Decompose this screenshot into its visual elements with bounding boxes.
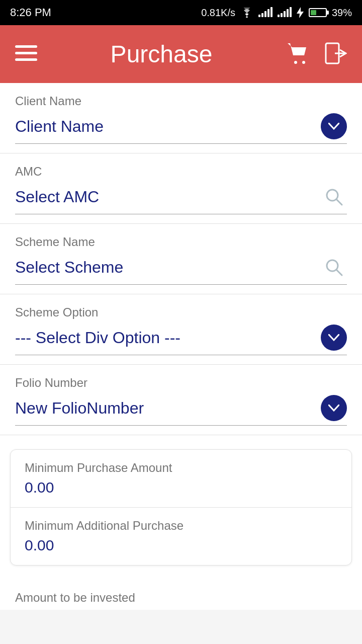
status-right: 0.81K/s bbox=[201, 7, 352, 19]
min-purchase-label: Minimum Purchase Amount bbox=[25, 461, 337, 475]
svg-line-12 bbox=[336, 270, 342, 275]
folio-number-dropdown-btn[interactable] bbox=[321, 395, 347, 421]
cart-icon bbox=[286, 42, 310, 64]
logout-button[interactable] bbox=[325, 42, 347, 66]
scheme-search-btn[interactable] bbox=[321, 254, 347, 280]
min-purchase-value: 0.00 bbox=[25, 479, 337, 496]
hamburger-button[interactable] bbox=[15, 45, 37, 63]
scheme-option-field: Scheme Option --- Select Div Option --- bbox=[0, 294, 362, 365]
battery-icon bbox=[309, 8, 327, 17]
svg-point-6 bbox=[302, 61, 305, 64]
folio-number-label: Folio Number bbox=[15, 376, 347, 390]
network-speed: 0.81K/s bbox=[201, 7, 235, 19]
scheme-option-dropdown[interactable]: --- Select Div Option --- bbox=[15, 325, 347, 355]
svg-point-5 bbox=[294, 61, 297, 64]
status-bar: 8:26 PM 0.81K/s bbox=[0, 0, 362, 25]
chevron-down-icon bbox=[328, 123, 339, 130]
app-header: Purchase bbox=[0, 25, 362, 83]
client-name-dropdown[interactable]: Client Name bbox=[15, 113, 347, 144]
svg-line-10 bbox=[336, 199, 342, 205]
page-title: Purchase bbox=[111, 40, 213, 68]
scheme-name-search[interactable]: Select Scheme bbox=[15, 254, 347, 285]
svg-rect-2 bbox=[15, 45, 37, 48]
folio-number-field: Folio Number New FolioNumber bbox=[0, 365, 362, 435]
signal-bars-2 bbox=[278, 8, 292, 17]
client-name-label: Client Name bbox=[15, 94, 347, 108]
battery-percent: 39% bbox=[332, 7, 352, 19]
svg-point-0 bbox=[246, 16, 248, 18]
charging-icon bbox=[297, 7, 304, 18]
header-icons bbox=[286, 42, 347, 66]
client-name-value: Client Name bbox=[15, 117, 104, 136]
scheme-option-dropdown-btn[interactable] bbox=[321, 325, 347, 351]
min-additional-row: Minimum Additional Purchase 0.00 bbox=[11, 508, 351, 565]
scheme-option-value: --- Select Div Option --- bbox=[15, 329, 180, 347]
amc-label: AMC bbox=[15, 165, 347, 179]
scheme-name-placeholder: Select Scheme bbox=[15, 258, 123, 277]
search-icon-2 bbox=[324, 257, 344, 277]
folio-number-value: New FolioNumber bbox=[15, 399, 144, 418]
scheme-option-label: Scheme Option bbox=[15, 305, 347, 319]
client-name-field: Client Name Client Name bbox=[0, 83, 362, 153]
folio-number-dropdown[interactable]: New FolioNumber bbox=[15, 395, 347, 426]
signal-bars-1 bbox=[258, 8, 273, 17]
scheme-name-field: Scheme Name Select Scheme bbox=[0, 224, 362, 294]
client-name-dropdown-btn[interactable] bbox=[321, 113, 347, 139]
wifi-icon bbox=[240, 8, 253, 18]
amc-search-btn[interactable] bbox=[321, 184, 347, 210]
min-purchase-row: Minimum Purchase Amount 0.00 bbox=[11, 450, 351, 508]
amc-field: AMC Select AMC bbox=[0, 153, 362, 224]
info-card: Minimum Purchase Amount 0.00 Minimum Add… bbox=[10, 449, 352, 566]
form-content: Client Name Client Name AMC Select AMC S… bbox=[0, 83, 362, 610]
time-display: 8:26 PM bbox=[10, 6, 51, 19]
search-icon bbox=[324, 187, 344, 207]
amc-search[interactable]: Select AMC bbox=[15, 184, 347, 214]
svg-marker-1 bbox=[297, 7, 304, 18]
scheme-name-label: Scheme Name bbox=[15, 235, 347, 249]
amc-placeholder: Select AMC bbox=[15, 188, 99, 206]
amount-field: Amount to be invested bbox=[0, 580, 362, 610]
logout-icon bbox=[325, 42, 347, 64]
cart-button[interactable] bbox=[286, 42, 310, 66]
chevron-down-icon-2 bbox=[328, 334, 339, 341]
min-additional-value: 0.00 bbox=[25, 537, 337, 554]
svg-rect-4 bbox=[15, 58, 37, 61]
min-additional-label: Minimum Additional Purchase bbox=[25, 519, 337, 533]
chevron-down-icon-3 bbox=[328, 405, 339, 412]
hamburger-icon bbox=[15, 45, 37, 61]
svg-rect-3 bbox=[15, 52, 37, 54]
amount-label: Amount to be invested bbox=[15, 591, 347, 605]
